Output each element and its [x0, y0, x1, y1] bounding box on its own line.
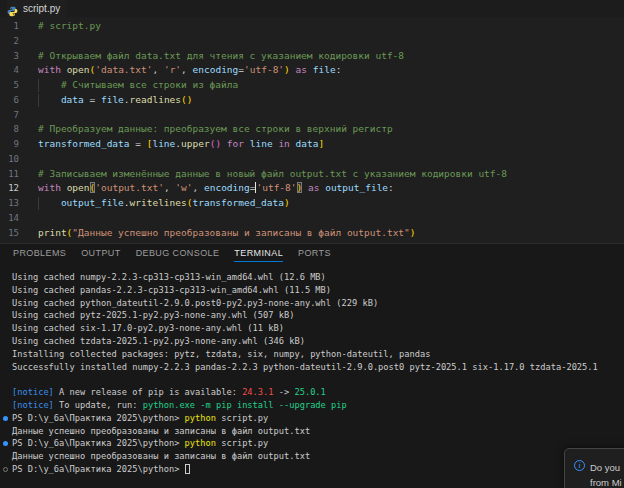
panel-tab-ports[interactable]: PORTS — [298, 244, 331, 262]
notification-text: Do you from Mi — [590, 460, 622, 488]
code-line[interactable]: 2 — [0, 34, 624, 49]
code-line[interactable]: 14 — [0, 211, 624, 226]
code-line[interactable]: 11# Записываем изменённые данные в новый… — [0, 167, 624, 182]
terminal-cursor — [185, 464, 190, 474]
terminal-line: Successfully installed numpy-2.2.3 panda… — [12, 361, 624, 374]
line-number: 13 — [0, 196, 30, 211]
line-number: 14 — [0, 211, 30, 226]
code-text: # Преобразуем данные: преобразуем все ст… — [38, 122, 393, 137]
code-text: # Открываем файл data.txt для чтения с у… — [38, 49, 404, 64]
terminal-line: Using cached six-1.17.0-py2.py3-none-any… — [12, 322, 624, 335]
editor-tab-bar: script.py — [0, 0, 624, 17]
command-decoration-icon[interactable] — [3, 416, 8, 421]
code-line[interactable]: 7 — [0, 108, 624, 123]
code-text: # Считываем все строки из файла — [38, 78, 238, 93]
python-file-icon — [7, 3, 18, 14]
terminal-line: Using cached python_dateutil-2.9.0.post0… — [12, 297, 624, 310]
terminal-line: Данные успешно преобразованы и записаны … — [12, 450, 624, 463]
line-number: 4 — [0, 63, 30, 78]
line-number: 6 — [0, 93, 30, 108]
terminal-line: Using cached numpy-2.2.3-cp313-cp313-win… — [12, 271, 624, 284]
terminal-line: PS D:\y_6a\Практика 2025\python> python … — [12, 437, 624, 450]
terminal-line: Installing collected packages: pytz, tzd… — [12, 348, 624, 361]
code-text: transformed_data = [line.upper() for lin… — [38, 137, 324, 152]
terminal-line: [notice] A new release of pip is availab… — [12, 386, 624, 399]
panel-tab-debug-console[interactable]: DEBUG CONSOLE — [136, 244, 220, 262]
code-text: # Записываем изменённые данные в новый ф… — [38, 167, 507, 182]
code-line[interactable]: 3# Открываем файл data.txt для чтения с … — [0, 49, 624, 64]
code-text: output_file.writelines(transformed_data) — [38, 196, 290, 211]
code-text: # script.py — [38, 19, 101, 34]
panel-tab-output[interactable]: OUTPUT — [81, 244, 120, 262]
terminal-line: [notice] To update, run: python.exe -m p… — [12, 399, 624, 412]
line-number: 3 — [0, 49, 30, 64]
terminal-line: PS D:\y_6a\Практика 2025\python> — [12, 463, 624, 476]
code-line[interactable]: 5 # Считываем все строки из файла — [0, 78, 624, 93]
line-number: 11 — [0, 167, 30, 182]
code-area: 1# script.py23# Открываем файл data.txt … — [0, 19, 624, 240]
code-line[interactable]: 15print("Данные успешно преобразованы и … — [0, 226, 624, 241]
terminal-line: Using cached pytz-2025.1-py2.py3-none-an… — [12, 309, 624, 322]
command-decoration-icon[interactable] — [3, 467, 8, 472]
panel-tab-problems[interactable]: PROBLEMS — [13, 244, 66, 262]
notification-toast[interactable]: i Do you from Mi — [564, 448, 624, 488]
code-text: print("Данные успешно преобразованы и за… — [38, 226, 416, 241]
code-text: with open('data.txt', 'r', encoding='utf… — [38, 63, 341, 78]
line-number: 9 — [0, 137, 30, 152]
tab-script-py[interactable]: script.py — [7, 0, 66, 17]
terminal-line: Using cached tzdata-2025.1-py2.py3-none-… — [12, 335, 624, 348]
code-text: with open('output.txt', 'w', encoding='u… — [38, 181, 394, 196]
code-line[interactable]: 13 output_file.writelines(transformed_da… — [0, 196, 624, 211]
code-line[interactable]: 10 — [0, 152, 624, 167]
code-line[interactable]: 1# script.py — [0, 19, 624, 34]
line-number: 5 — [0, 78, 30, 93]
code-line[interactable]: 6 data = file.readlines() — [0, 93, 624, 108]
line-number: 12 — [0, 181, 30, 196]
line-number: 8 — [0, 122, 30, 137]
line-number: 1 — [0, 19, 30, 34]
line-number: 7 — [0, 108, 30, 123]
code-line[interactable]: 12with open('output.txt', 'w', encoding=… — [0, 181, 624, 196]
line-number: 10 — [0, 152, 30, 167]
info-icon: i — [574, 460, 585, 471]
panel-tab-bar: PROBLEMSOUTPUTDEBUG CONSOLETERMINALPORTS — [0, 243, 624, 262]
terminal-line: PS D:\y_6a\Практика 2025\python> python … — [12, 412, 624, 425]
code-line[interactable]: 8# Преобразуем данные: преобразуем все с… — [0, 122, 624, 137]
code-editor[interactable]: 1# script.py23# Открываем файл data.txt … — [0, 17, 624, 243]
line-number: 15 — [0, 226, 30, 241]
panel-tab-terminal[interactable]: TERMINAL — [234, 244, 283, 262]
code-line[interactable]: 4with open('data.txt', 'r', encoding='ut… — [0, 63, 624, 78]
code-text: data = file.readlines() — [38, 93, 193, 108]
command-decoration-icon[interactable] — [3, 441, 8, 446]
terminal-line: Using cached pandas-2.2.3-cp313-cp313-wi… — [12, 284, 624, 297]
terminal-line: Данные успешно преобразованы и записаны … — [12, 425, 624, 438]
code-line[interactable]: 9transformed_data = [line.upper() for li… — [0, 137, 624, 152]
line-number: 2 — [0, 34, 30, 49]
vscode-window: { "tab_bar": { "title": "script.py", "ic… — [0, 0, 624, 488]
terminal-output[interactable]: Using cached numpy-2.2.3-cp313-cp313-win… — [0, 262, 624, 488]
tab-title: script.py — [23, 3, 60, 14]
terminal-line — [12, 373, 624, 386]
